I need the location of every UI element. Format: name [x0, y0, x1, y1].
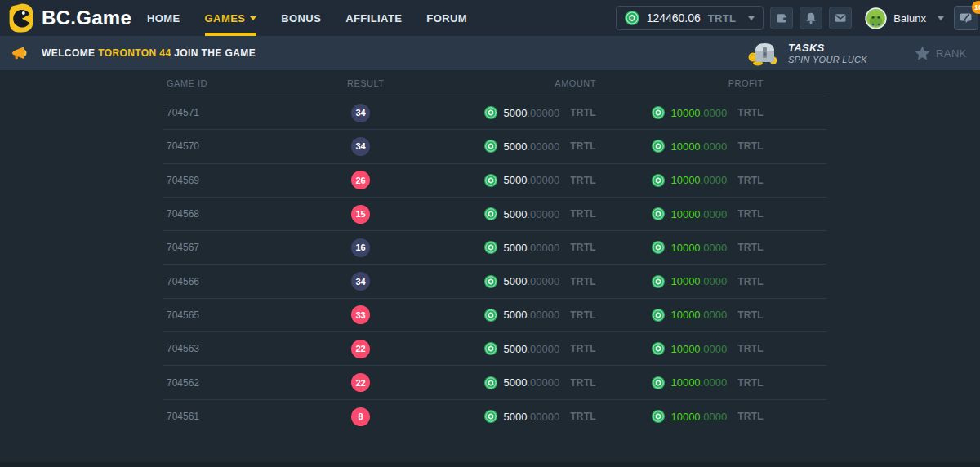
- currency-label: TRTL: [737, 411, 764, 422]
- game-id: 704568: [163, 208, 310, 220]
- trtl-coin-icon: [652, 342, 665, 355]
- mail-button[interactable]: [829, 7, 852, 29]
- brand-logo[interactable]: BC.Game: [8, 3, 139, 33]
- trtl-coin-icon: [484, 174, 497, 187]
- amount-cell: 5000.00000 TRTL: [433, 207, 596, 220]
- currency-label: TRTL: [570, 175, 596, 186]
- tasks-widget[interactable]: TASKS SPIN YOUR LUCK: [747, 40, 867, 66]
- trtl-coin-icon: [484, 410, 497, 423]
- balance-amount: 124460.06: [647, 11, 701, 24]
- table-row[interactable]: 704570 34 5000.00000 TRTL: [163, 130, 826, 163]
- table-row[interactable]: 704568 15 5000.00000 TRTL: [163, 198, 826, 231]
- trtl-coin-icon: [652, 140, 665, 153]
- amount-cell: 5000.00000 TRTL: [433, 342, 596, 355]
- trtl-coin-icon: [484, 106, 497, 119]
- result-badge: 33: [351, 305, 370, 324]
- bell-icon: [804, 11, 817, 24]
- table-row[interactable]: 704561 8 5000.00000 TRTL: [163, 400, 826, 434]
- welcome-text: WELCOME TORONTON 44 JOIN THE GAME: [42, 47, 256, 59]
- amount-cell: 5000.00000 TRTL: [433, 410, 596, 423]
- currency-label: TRTL: [737, 242, 764, 253]
- chat-notification-badge: 10: [972, 1, 980, 14]
- trtl-coin-icon: [652, 174, 665, 187]
- amount-cell: 5000.00000 TRTL: [433, 140, 596, 153]
- rank-label: RANK: [936, 47, 967, 60]
- result-badge: 22: [351, 373, 370, 392]
- table-body: 704571 34 5000.00000 TRTL: [163, 96, 826, 434]
- brand-name: BC.Game: [42, 7, 131, 29]
- table-header: GAME ID RESULT AMOUNT PROFIT: [163, 70, 826, 96]
- trtl-coin-icon: [484, 207, 497, 220]
- table-row[interactable]: 704571 34 5000.00000 TRTL: [163, 96, 826, 130]
- trtl-coin-icon: [484, 376, 497, 389]
- nav-bonus[interactable]: BONUS: [281, 0, 321, 36]
- trtl-coin-icon: [484, 241, 497, 254]
- table-row[interactable]: 704567 16 5000.00000 TRTL: [163, 231, 826, 265]
- nav-games[interactable]: GAMES: [205, 0, 257, 36]
- profit-cell: 10000.0000 TRTL: [596, 410, 764, 423]
- table-row[interactable]: 704562 22 5000.00000 TRTL: [163, 366, 826, 399]
- profit-cell: 10000.0000 TRTL: [596, 342, 764, 355]
- tasks-subtitle: SPIN YOUR LUCK: [788, 55, 867, 64]
- table-row[interactable]: 704569 26 5000.00000 TRTL: [163, 164, 826, 198]
- currency-label: TRTL: [737, 276, 764, 287]
- result-badge: 34: [351, 104, 370, 122]
- envelope-icon: [834, 11, 847, 24]
- top-bar: BC.Game HOME GAMES BONUS AFFILIATE FORUM…: [0, 0, 980, 36]
- profit-cell: 10000.0000 TRTL: [596, 106, 764, 119]
- notifications-button[interactable]: [800, 7, 822, 29]
- currency-label: TRTL: [570, 140, 596, 152]
- game-id: 704563: [163, 343, 310, 354]
- game-id: 704561: [163, 411, 310, 422]
- table-row[interactable]: 704563 22 5000.00000 TRTL: [163, 332, 826, 366]
- trtl-coin-icon: [652, 106, 665, 119]
- balance-selector[interactable]: 124460.06 TRTL: [616, 6, 764, 30]
- wallet-button[interactable]: [770, 7, 793, 29]
- result-badge: 34: [351, 272, 370, 291]
- topbar-right: 124460.06 TRTL: [616, 6, 980, 30]
- nav-home[interactable]: HOME: [147, 0, 180, 36]
- profit-cell: 10000.0000 TRTL: [596, 275, 764, 288]
- star-icon: [915, 46, 930, 60]
- game-id: 704566: [163, 276, 310, 287]
- chevron-down-icon: [748, 16, 755, 20]
- amount-cell: 5000.00000 TRTL: [433, 275, 596, 288]
- game-id: 704562: [163, 377, 310, 389]
- trtl-coin-icon: [484, 342, 497, 355]
- chevron-down-icon: [938, 16, 944, 20]
- column-header-game-id: GAME ID: [163, 78, 310, 88]
- currency-label: TRTL: [570, 377, 596, 389]
- result-badge: 8: [351, 407, 370, 426]
- trtl-coin-icon: [652, 410, 665, 423]
- table-row[interactable]: 704565 33 5000.00000 TRTL: [163, 299, 826, 332]
- amount-cell: 5000.00000 TRTL: [433, 106, 596, 119]
- chat-icon: [960, 12, 973, 24]
- trtl-coin-icon: [652, 207, 665, 220]
- table-row[interactable]: 704566 34 5000.00000 TRTL: [163, 265, 826, 298]
- trtl-coin-icon: [652, 309, 665, 322]
- tasks-title: TASKS: [788, 42, 867, 54]
- wallet-icon: [775, 11, 788, 24]
- trtl-coin-icon: [652, 376, 665, 389]
- rank-widget[interactable]: RANK: [915, 46, 967, 60]
- profit-cell: 10000.0000 TRTL: [596, 241, 764, 254]
- chat-button[interactable]: 10: [954, 6, 978, 30]
- result-badge: 26: [351, 171, 370, 189]
- profit-cell: 10000.0000 TRTL: [596, 140, 764, 153]
- bets-table: GAME ID RESULT AMOUNT PROFIT 704571 34 5…: [163, 70, 826, 434]
- currency-label: TRTL: [737, 175, 764, 186]
- game-id: 704570: [163, 140, 310, 152]
- currency-label: TRTL: [570, 107, 596, 118]
- profit-cell: 10000.0000 TRTL: [596, 174, 764, 187]
- column-header-amount: AMOUNT: [433, 78, 596, 88]
- nav-forum[interactable]: FORUM: [426, 0, 467, 36]
- username: Balunx: [893, 12, 926, 24]
- megaphone-icon: [11, 45, 29, 61]
- game-id: 704565: [163, 309, 310, 321]
- trtl-coin-icon: [652, 241, 665, 254]
- footer-strip: [0, 462, 980, 467]
- nav-affiliate[interactable]: AFFILIATE: [345, 0, 402, 36]
- result-badge: 34: [351, 137, 370, 156]
- amount-cell: 5000.00000 TRTL: [433, 241, 596, 254]
- user-menu[interactable]: Balunx: [865, 7, 944, 29]
